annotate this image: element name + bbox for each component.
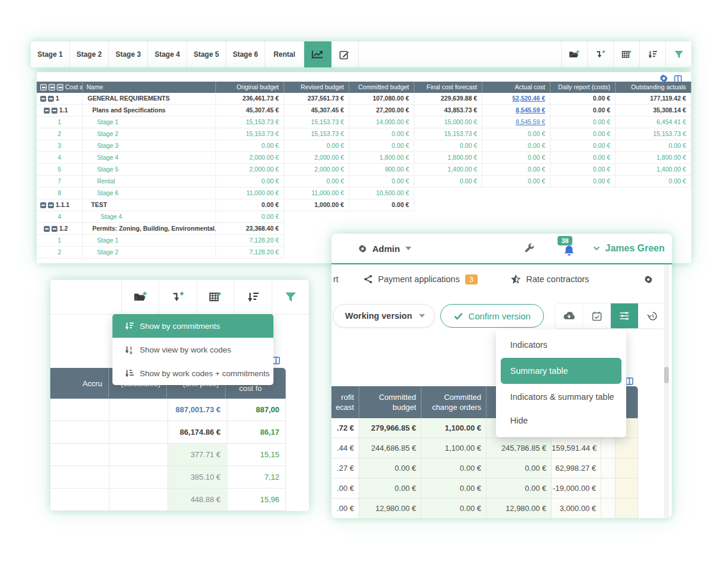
wrench-icon[interactable] [524,243,535,254]
table-row[interactable]: .27 €0.00 €0.00 €0.00 €62,998.27 € [331,458,638,479]
menu-item-show-by-commitments[interactable]: Show by commitments [112,314,273,338]
column-header[interactable]: Original budget [216,82,284,93]
filter-button[interactable] [272,280,309,314]
row-name-cell: Stage 3 [83,140,216,152]
value-cell [109,489,169,511]
actual-cost-link[interactable]: 8,545.59 € [516,118,545,125]
table-row[interactable]: .00 €0.00 €0.00 €0.00 €-19,000.00 € [331,479,638,499]
table-row[interactable]: 1.2Permits: Zoning, Building, Environmen… [37,223,691,235]
table-row[interactable]: 3Stage 30.00 €0.00 €0.00 €0.00 €0.00 €0.… [37,140,691,152]
admin-menu[interactable]: Admin [358,244,411,254]
tab-stage-2[interactable]: Stage 2 [70,41,109,67]
table-row[interactable]: 8Stage 611,000.00 €11,000.00 €10,500.00 … [37,187,691,199]
confirm-version-button[interactable]: Confirm version [440,304,544,328]
menu-item-hide[interactable]: Hide [496,409,626,432]
edit-tab[interactable] [331,41,359,67]
tab-stage-5[interactable]: Stage 5 [187,41,226,67]
history-button[interactable] [638,303,666,328]
collapse-level-icon[interactable] [57,84,63,90]
table-row[interactable]: 2Stage 215,153.73 €15,153.73 €0.00 €15,1… [37,128,691,140]
filter-button[interactable] [665,41,691,67]
collapse-row-icon[interactable] [48,96,54,102]
import-button[interactable] [159,280,196,314]
collapse-row-icon[interactable] [40,96,46,102]
import-button[interactable] [587,41,613,67]
export-button[interactable] [555,303,582,328]
table-row[interactable]: 7Rental0.00 €0.00 €0.00 €0.00 €0.00 €0.0… [37,176,691,187]
row-code-cell: 1 [37,117,83,128]
table-row[interactable]: 4Stage 40.00 € [37,211,691,223]
tab-rate-contractors[interactable]: Rate contractors [511,274,589,284]
table-row[interactable]: 4Stage 42,000.00 €2,000.00 €1,800.00 €1,… [37,152,691,164]
table-row[interactable]: 1.1Plans and Specifications45,307.45 €45… [37,105,691,117]
column-header[interactable]: Name [83,82,216,93]
column-header[interactable]: Cost ac... [37,82,83,93]
tab-label: Rate contractors [526,274,589,284]
value-cell [414,199,482,211]
menu-item-indicators[interactable]: Indicators [496,333,626,357]
column-header[interactable]: Final cost forecast [414,82,482,93]
menu-item-indicators-summary-table[interactable]: Indicators & summary table [496,385,626,409]
collapse-row-icon[interactable] [48,202,54,208]
notifications-bell[interactable]: 38 [561,240,576,257]
admin-header: Admin 38 James Green [331,234,672,264]
tab-stage-4[interactable]: Stage 4 [148,41,187,67]
table-row[interactable]: 1Stage 115,153.73 €15,153.73 €14,000.00 … [37,117,691,128]
calendar-check-icon [592,311,602,321]
actual-cost-link[interactable]: 8,545.59 € [516,106,545,114]
admin-tabs: rt Payment applications 3 Rate contracto… [331,264,672,294]
collapse-level-icon[interactable] [49,84,55,90]
collapse-level-icon[interactable] [40,84,47,90]
value-cell: 0.00 € [421,499,487,518]
value-cell [550,211,616,223]
chart-tab[interactable] [304,41,331,67]
column-header[interactable]: Actual cost [482,82,550,93]
user-menu[interactable]: James Green [593,243,665,254]
tab-rental[interactable]: Rental [265,41,304,67]
display-settings-button[interactable] [610,303,638,328]
add-folder-button[interactable] [121,280,159,314]
collapse-row-icon[interactable] [44,108,50,114]
tab-stage-3[interactable]: Stage 3 [109,41,148,67]
edit-table-button[interactable] [197,280,234,314]
row-code-cell: 1.1.1 [37,199,83,211]
table-row[interactable]: 448.88 €15,96 [50,489,286,511]
collapse-row-icon[interactable] [40,202,46,208]
table-row[interactable]: 86,174.86 €86,17 [50,421,286,444]
table-row[interactable]: 377.71 €15,15 [50,444,286,466]
column-header[interactable]: Outstanding actuals [616,82,691,93]
scrollbar[interactable] [664,264,669,518]
tabs-settings-gear-icon[interactable] [644,275,653,284]
tab-payment-applications[interactable]: Payment applications 3 [363,274,478,284]
version-dropdown[interactable]: Working version [333,304,435,328]
menu-item-show-by-work-codes-commitments[interactable]: Show by work codes + commitments [112,361,273,385]
table-row[interactable]: 1GENERAL REQUIREMENTS236,461.73 €237,561… [37,93,691,105]
column-header[interactable]: Revised budget [284,82,349,93]
table-row[interactable]: .44 €244,686.85 €1,100.00 €245,786.85 €1… [331,438,638,458]
actual-cost-link[interactable]: 52,520.46 € [513,95,545,102]
column-header[interactable]: Daily report (costs) [550,82,616,93]
collapse-row-icon[interactable] [51,108,57,114]
table-row[interactable]: 5Stage 52,000.00 €2,000.00 €900.00 €1,40… [37,164,691,176]
row-name-cell: Stage 5 [83,164,216,176]
scrollbar-thumb[interactable] [664,367,669,383]
collapse-row-icon[interactable] [51,226,57,232]
value-cell [601,499,616,518]
sort-button[interactable] [639,41,665,67]
table-row[interactable]: 1.1.1TEST0.00 €1,000.00 €0.00 € [37,199,691,211]
menu-item-summary-table[interactable]: Summary table [501,358,621,384]
tab-fragment[interactable]: rt [333,274,339,284]
tab-stage-6[interactable]: Stage 6 [226,41,265,67]
edit-table-button[interactable] [613,41,639,67]
schedule-button[interactable] [582,303,610,328]
table-row[interactable]: .00 €12,980.00 €0.00 €12,980.00 €3,000.0… [331,499,638,518]
sort-button[interactable] [234,280,271,314]
tab-stage-1[interactable]: Stage 1 [31,41,70,67]
add-folder-button[interactable] [561,41,587,67]
menu-item-show-view-by-work-codes[interactable]: 19Show view by work codes [112,338,273,361]
table-row[interactable]: 887,001.73 €887,00 [50,399,286,421]
collapse-row-icon[interactable] [44,226,50,232]
column-header[interactable]: Committed budget [349,82,414,93]
columns-icon[interactable] [626,377,633,385]
table-row[interactable]: 385.10 €7,12 [50,466,286,489]
